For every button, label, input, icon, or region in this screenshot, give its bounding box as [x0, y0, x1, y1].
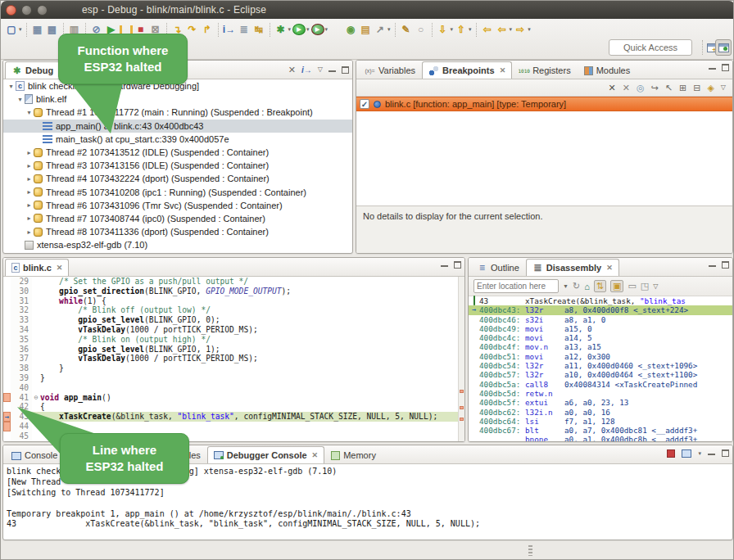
- quick-access-button[interactable]: Quick Access: [609, 39, 692, 56]
- search-button[interactable]: ○: [414, 21, 428, 38]
- tree-row[interactable]: ▸Thread #3 1073413156 (IDLE) (Suspended …: [3, 159, 352, 172]
- code-line[interactable]: 37 vTaskDelay(1000 / portTICK_PERIOD_MS)…: [3, 354, 464, 364]
- remove-all-breakpoints-icon[interactable]: ✕: [623, 82, 630, 93]
- twist-closed-icon[interactable]: ▸: [25, 201, 34, 209]
- back-button[interactable]: ⇦▾: [495, 21, 514, 38]
- code-line[interactable]: 31 while(1) {: [3, 296, 464, 306]
- disasm-source-row[interactable]: 43xTaskCreate(&blink_task, "blink_tas: [469, 296, 732, 305]
- tree-row[interactable]: main_task() at cpu_start.c:339 0x400d057…: [3, 133, 352, 146]
- home-icon[interactable]: ⌂: [584, 282, 590, 291]
- collapse-all-icon[interactable]: ⊟: [693, 82, 700, 93]
- disasm-row[interactable]: 400dbc51:movia12, 0x300: [469, 352, 732, 361]
- disasm-row[interactable]: 400dbc5d:retw.n: [469, 389, 732, 398]
- maximize-view-icon[interactable]: [342, 66, 349, 74]
- twist-closed-icon[interactable]: ▸: [25, 188, 34, 196]
- tree-row[interactable]: ▸Thread #6 1073431096 (Tmr Svc) (Suspend…: [3, 199, 352, 212]
- remove-all-terminated-icon[interactable]: ✕: [288, 64, 296, 75]
- forward-button[interactable]: ⇨▾: [513, 21, 532, 38]
- go-to-file-icon[interactable]: ↪: [651, 82, 659, 93]
- close-button[interactable]: [6, 5, 16, 16]
- overview-mark[interactable]: [460, 418, 464, 421]
- overview-ruler[interactable]: [458, 277, 464, 441]
- open-task-button[interactable]: ◉: [343, 21, 358, 38]
- new-view-icon[interactable]: ▭: [628, 281, 636, 291]
- refresh-icon[interactable]: ↻: [573, 281, 580, 291]
- code-line[interactable]: 33 gpio_set_level(BLINK_GPIO, 0);: [3, 315, 464, 325]
- location-dropdown-icon[interactable]: ▼: [563, 283, 569, 289]
- disasm-row[interactable]: 400dbc4f:mov.na13, a15: [469, 342, 732, 351]
- expand-all-icon[interactable]: ⊞: [679, 82, 686, 93]
- skip-all-breakpoints-icon[interactable]: ↖: [665, 82, 673, 93]
- twist-closed-icon[interactable]: ▸: [25, 175, 34, 183]
- format-brush-button[interactable]: ✎: [399, 21, 414, 38]
- debug-perspective-button[interactable]: [715, 39, 732, 56]
- disasm-row[interactable]: 400dbc4c:movia14, 5: [469, 333, 732, 342]
- disasm-row[interactable]: 400dbc5f:extuia6, a0, 23, 13: [469, 398, 732, 407]
- launch-history-button[interactable]: ↗▾: [373, 21, 392, 38]
- dropdown-arrow-icon[interactable]: ▾: [325, 26, 328, 33]
- minimize-view-icon[interactable]: [709, 260, 716, 267]
- debug-button[interactable]: ✱▾: [274, 21, 292, 38]
- overview-mark[interactable]: [460, 390, 464, 393]
- terminate-console-icon[interactable]: [667, 449, 675, 458]
- twist-closed-icon[interactable]: ▸: [25, 162, 34, 169]
- code-line[interactable]: 39}: [3, 373, 464, 383]
- step-return-button[interactable]: ↱: [200, 21, 215, 38]
- minimize-view-icon[interactable]: [708, 449, 715, 455]
- instruction-stepping-button[interactable]: i→: [222, 21, 237, 38]
- dropdown-arrow-icon[interactable]: ▾: [451, 26, 454, 33]
- pin-view-icon[interactable]: ◳: [641, 281, 649, 291]
- dropdown-arrow-icon[interactable]: ▾: [306, 26, 310, 33]
- disasm-row[interactable]: 400dbc46:s32ia8, a1, 0: [469, 315, 732, 324]
- dropdown-arrow-icon[interactable]: ▾: [19, 26, 22, 33]
- disasm-row[interactable]: 400dbc62:l32i.na0, a0, 16: [469, 408, 732, 417]
- maximize-view-icon[interactable]: [722, 449, 729, 457]
- drop-to-frame-button[interactable]: ≣: [237, 21, 251, 38]
- previous-annotation-button[interactable]: ⇧▾: [454, 21, 473, 38]
- dropdown-arrow-icon[interactable]: ▾: [510, 26, 513, 33]
- save-button[interactable]: ▦: [30, 21, 45, 38]
- tab-disassembly[interactable]: Disassembly ✕: [526, 259, 619, 276]
- tab-blink-c[interactable]: blink.c ✕: [5, 259, 69, 276]
- dropdown-arrow-icon[interactable]: ▾: [288, 26, 292, 33]
- disasm-row[interactable]: 400dbc54:l32ra11, 0x400d0460 <_stext+109…: [469, 361, 732, 370]
- external-tools-button[interactable]: ▶▾: [310, 21, 329, 38]
- breakpoint-checkbox[interactable]: ✓: [360, 99, 369, 109]
- disasm-row[interactable]: 400dbc67:blta0, a7, 0x400dbc81 <__adddf3…: [469, 426, 732, 435]
- close-tab-icon[interactable]: ✕: [57, 264, 63, 272]
- fold-minus-icon[interactable]: ⊖: [32, 393, 40, 403]
- disasm-row[interactable]: →400dbc43:l32ra8, 0x400d00f8 <_stext+224…: [469, 305, 732, 314]
- view-menu-icon[interactable]: ▽: [721, 82, 726, 93]
- disasm-row[interactable]: 400dbc57:l32ra10, 0x400d0464 <_stext+110…: [469, 370, 732, 379]
- tab-variables[interactable]: Variables: [358, 61, 422, 79]
- code-line[interactable]: 30 gpio_set_direction(BLINK_GPIO, GPIO_M…: [3, 287, 464, 296]
- maximize-view-icon[interactable]: [454, 261, 461, 269]
- tree-row[interactable]: ▾Thread #1 1073411772 (main : Running) (…: [3, 106, 352, 119]
- breakpoint-row[interactable]: ✓blink.c [function: app_main] [type: Tem…: [356, 97, 732, 111]
- minimize-view-icon[interactable]: [328, 65, 336, 72]
- resize-grip[interactable]: [528, 545, 532, 556]
- dropdown-arrow-icon[interactable]: ▾: [528, 26, 531, 33]
- twist-open-icon[interactable]: ▾: [25, 109, 34, 116]
- close-tab-icon[interactable]: ✕: [606, 264, 613, 272]
- tree-row[interactable]: ▸Thread #7 1073408744 (ipc0) (Suspended …: [3, 212, 352, 225]
- disasm-row[interactable]: 400dbc5a:call80x40084314 <xTaskCreatePin…: [469, 380, 732, 389]
- twist-closed-icon[interactable]: ▸: [25, 215, 34, 222]
- tree-row[interactable]: ▾blink.elf: [3, 93, 352, 106]
- instruction-stepping-mode-icon[interactable]: i→: [301, 65, 312, 75]
- tab-outline[interactable]: Outline: [470, 259, 526, 276]
- code-line[interactable]: 41⊖void app_main(): [3, 393, 464, 403]
- dropdown-arrow-icon[interactable]: ▾: [387, 26, 391, 33]
- sync-with-stack-icon[interactable]: ⇅: [594, 280, 606, 292]
- disasm-row[interactable]: 400dbc49:movia15, 0: [469, 324, 732, 333]
- tree-row[interactable]: ▸Thread #4 1073432224 (dport) (Suspended…: [3, 172, 352, 185]
- tree-row[interactable]: ▸Thread #5 1073410208 (ipc1 : Running) (…: [3, 186, 352, 199]
- disasm-body[interactable]: 43xTaskCreate(&blink_task, "blink_tas→40…: [469, 296, 732, 442]
- maximize-view-icon[interactable]: [722, 64, 729, 71]
- minimize-view-icon[interactable]: [441, 260, 448, 267]
- last-edit-location-button[interactable]: ⇦: [480, 21, 495, 38]
- new-wizard-button[interactable]: ▢▾: [4, 21, 23, 38]
- display-console-icon[interactable]: [682, 449, 691, 458]
- twist-open-icon[interactable]: ▾: [16, 96, 25, 103]
- dropdown-arrow-icon[interactable]: ▾: [469, 26, 472, 33]
